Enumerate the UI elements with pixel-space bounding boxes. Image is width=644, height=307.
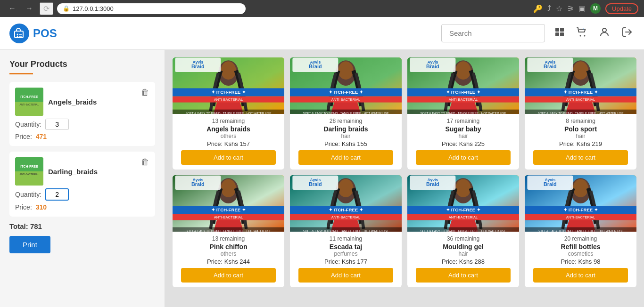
svg-text:Braid: Braid xyxy=(309,181,322,187)
product-name-0: Angels braids xyxy=(206,125,250,133)
svg-text:ANTI-BACTERIAL: ANTI-BACTERIAL xyxy=(214,97,243,102)
grid-view-button[interactable] xyxy=(553,25,567,42)
user-button[interactable] xyxy=(597,24,612,42)
star-icon[interactable]: ☆ xyxy=(556,4,562,13)
add-to-cart-button-1[interactable]: Add to cart xyxy=(298,150,393,165)
print-button[interactable]: Print xyxy=(9,236,50,253)
cart-button[interactable]: + xyxy=(574,24,589,42)
product-card-4: Ayvis Braid ✦ ITCH-FREE ✦ ANTI-BACTERIAL… xyxy=(173,175,284,287)
svg-point-1 xyxy=(17,33,18,35)
cart-item-1-img-placeholder: ITCH-FREE ANTI-BACTERIAL xyxy=(15,157,43,186)
svg-text:ANTI-BACTERIAL: ANTI-BACTERIAL xyxy=(214,215,243,219)
sidebar-title: Your Products xyxy=(9,59,155,69)
product-img-4: Ayvis Braid ✦ ITCH-FREE ✦ ANTI-BACTERIAL… xyxy=(173,175,284,232)
url-bar[interactable]: 🔒 127.0.0.1:3000 xyxy=(57,3,246,14)
cart-item-0-price-label: Price: xyxy=(15,133,32,140)
svg-text:ANTI-BACTERIAL: ANTI-BACTERIAL xyxy=(331,97,361,102)
cart-item-1-delete[interactable]: 🗑 xyxy=(141,157,149,167)
svg-text:ANTI-BACTERIAL: ANTI-BACTERIAL xyxy=(331,215,361,219)
refresh-button[interactable]: ⟳ xyxy=(40,2,53,15)
forward-button[interactable]: → xyxy=(23,3,36,14)
product-price-4: Price: Kshs 244 xyxy=(207,258,250,265)
header-right: + xyxy=(441,24,635,42)
logo-text: POS xyxy=(33,27,57,40)
products-grid: Ayvis Braid ✦ ITCH-FREE ✦ ANTI-BACTERIAL… xyxy=(173,57,636,287)
product-img-7: Ayvis Braid ✦ ITCH-FREE ✦ ANTI-BACTERIAL… xyxy=(525,175,636,232)
cart-item-0-qty-label: Quantity: xyxy=(15,121,41,128)
product-name-6: Moulding gel xyxy=(443,243,483,250)
user-avatar[interactable]: M xyxy=(590,3,601,14)
key-icon[interactable]: 🔑 xyxy=(533,4,543,13)
app-header: POS + xyxy=(0,17,644,50)
product-img-5: Ayvis Braid ✦ ITCH-FREE ✦ ANTI-BACTERIAL… xyxy=(290,175,402,232)
svg-text:SOFT & EASY TO BRAID · TANGLE : SOFT & EASY TO BRAID · TANGLE FREE · HOT… xyxy=(537,112,624,114)
logo: POS xyxy=(9,24,57,43)
cart-item-1: ITCH-FREE ANTI-BACTERIAL Darling_braids … xyxy=(9,152,155,217)
cart-item-1-price-value: 310 xyxy=(36,203,47,211)
product-price-1: Price: Kshs 155 xyxy=(324,140,367,147)
product-img-6: Ayvis Braid ✦ ITCH-FREE ✦ ANTI-BACTERIAL… xyxy=(407,175,519,232)
product-remaining-6: 36 remaining xyxy=(447,235,479,242)
logo-icon xyxy=(9,24,29,43)
svg-text:ANTI-BACTERIAL: ANTI-BACTERIAL xyxy=(449,97,478,102)
cart-item-0-delete[interactable]: 🗑 xyxy=(141,88,149,97)
product-remaining-1: 28 remaining xyxy=(330,118,362,124)
add-to-cart-button-4[interactable]: Add to cart xyxy=(181,268,276,283)
cart-item-0-qty-input[interactable] xyxy=(45,119,69,130)
sidebar-underline xyxy=(9,73,33,74)
product-category-2: hair xyxy=(458,133,468,139)
product-price-2: Price: Kshs 225 xyxy=(442,140,485,147)
svg-point-96 xyxy=(455,179,471,197)
sidebar: Your Products ITCH-FREE ANTI-BACTERIAL A… xyxy=(0,50,165,307)
window-icon[interactable]: ▣ xyxy=(578,4,586,13)
svg-text:Braid: Braid xyxy=(426,181,439,187)
add-to-cart-button-3[interactable]: Add to cart xyxy=(533,150,628,165)
product-price-6: Price: Kshs 288 xyxy=(442,258,485,265)
puzzle-icon[interactable]: ⚞ xyxy=(567,4,574,13)
back-button[interactable]: ← xyxy=(6,3,19,14)
url-text: 127.0.0.1:3000 xyxy=(73,5,114,12)
cart-item-0-img-placeholder: ITCH-FREE ANTI-BACTERIAL xyxy=(15,88,43,116)
product-img-2: Ayvis Braid ✦ ITCH-FREE ✦ ANTI-BACTERIAL… xyxy=(407,57,519,114)
add-to-cart-button-5[interactable]: Add to cart xyxy=(298,268,393,283)
product-category-7: cosmetics xyxy=(568,250,593,257)
svg-text:Braid: Braid xyxy=(544,64,557,69)
search-input[interactable] xyxy=(441,24,545,42)
svg-text:✦ ITCH-FREE ✦: ✦ ITCH-FREE ✦ xyxy=(211,89,246,95)
product-card-5: Ayvis Braid ✦ ITCH-FREE ✦ ANTI-BACTERIAL… xyxy=(290,175,402,287)
svg-text:ANTI-BACTERIAL: ANTI-BACTERIAL xyxy=(449,215,478,219)
add-to-cart-button-2[interactable]: Add to cart xyxy=(416,150,511,165)
svg-text:SOFT & EASY TO BRAID · TANGLE : SOFT & EASY TO BRAID · TANGLE FREE · HOT… xyxy=(303,112,389,114)
add-to-cart-button-7[interactable]: Add to cart xyxy=(533,268,628,283)
share-icon[interactable]: ⤴ xyxy=(547,4,551,13)
svg-point-24 xyxy=(221,61,236,80)
browser-chrome: ← → ⟳ 🔒 127.0.0.1:3000 🔑 ⤴ ☆ ⚞ ▣ M Updat… xyxy=(0,0,644,17)
svg-point-108 xyxy=(573,179,588,197)
svg-text:SOFT & EASY TO BRAID · TANGLE : SOFT & EASY TO BRAID · TANGLE FREE · HOT… xyxy=(537,229,624,232)
update-button[interactable]: Update xyxy=(605,3,638,14)
product-category-0: others xyxy=(221,133,236,139)
svg-point-9 xyxy=(580,35,581,36)
product-name-7: Refill bottles xyxy=(561,243,600,250)
product-remaining-0: 13 remaining xyxy=(212,118,245,124)
svg-text:ANTI-BACTERIAL: ANTI-BACTERIAL xyxy=(566,97,595,102)
product-card-7: Ayvis Braid ✦ ITCH-FREE ✦ ANTI-BACTERIAL… xyxy=(525,175,636,287)
add-to-cart-button-6[interactable]: Add to cart xyxy=(416,268,511,283)
product-category-5: perfumes xyxy=(334,250,357,257)
svg-text:Braid: Braid xyxy=(191,181,205,187)
product-card-1: Ayvis Braid ✦ ITCH-FREE ✦ ANTI-BACTERIAL… xyxy=(290,57,402,170)
svg-text:ANTI-BACTERIAL: ANTI-BACTERIAL xyxy=(20,103,39,106)
svg-text:✦ ITCH-FREE ✦: ✦ ITCH-FREE ✦ xyxy=(329,89,363,95)
product-remaining-3: 8 remaining xyxy=(566,118,595,124)
cart-item-1-qty-input[interactable] xyxy=(45,188,69,201)
cart-item-1-qty-label: Quantity: xyxy=(15,191,41,198)
product-card-3: Ayvis Braid ✦ ITCH-FREE ✦ ANTI-BACTERIAL… xyxy=(525,57,636,170)
svg-text:✦ ITCH-FREE ✦: ✦ ITCH-FREE ✦ xyxy=(211,207,246,212)
logout-button[interactable] xyxy=(619,24,635,42)
lock-icon: 🔒 xyxy=(63,5,70,12)
product-remaining-2: 17 remaining xyxy=(447,118,479,124)
svg-text:ITCH-FREE: ITCH-FREE xyxy=(20,95,38,98)
product-price-3: Price: Kshs 219 xyxy=(559,140,602,147)
product-card-6: Ayvis Braid ✦ ITCH-FREE ✦ ANTI-BACTERIAL… xyxy=(407,175,519,287)
add-to-cart-button-0[interactable]: Add to cart xyxy=(181,150,276,165)
